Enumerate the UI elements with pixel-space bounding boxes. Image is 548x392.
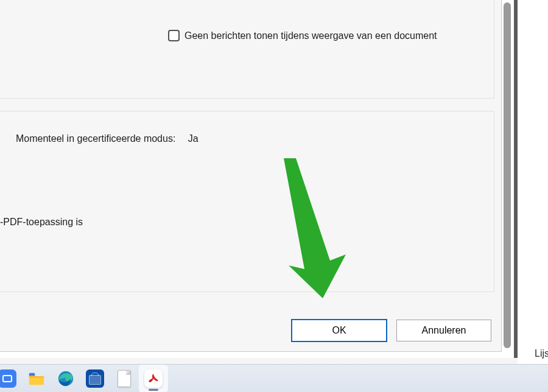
dialog-window-frame: Geen berichten tonen tijdens weergave va… <box>0 0 518 358</box>
checkbox-unchecked-icon[interactable] <box>168 30 180 41</box>
taskbar-item-file-explorer[interactable] <box>22 365 51 393</box>
document-icon <box>118 370 131 387</box>
ok-button[interactable]: OK <box>292 320 387 341</box>
microsoft-store-icon <box>86 369 104 388</box>
file-explorer-icon <box>27 369 46 388</box>
taskbar-item-document[interactable] <box>110 365 139 393</box>
dialog-button-row: OK Annuleren <box>292 320 491 341</box>
zoom-icon <box>0 369 16 388</box>
taskbar-item-microsoft-store[interactable] <box>80 365 110 393</box>
taskbar <box>0 364 548 392</box>
suppress-messages-option[interactable]: Geen berichten tonen tijdens weergave va… <box>168 30 437 41</box>
pdf-application-partial-text: -PDF-toepassing is <box>0 217 83 228</box>
certified-mode-label: Momenteel in gecertificeerde modus: <box>16 133 175 144</box>
preferences-dialog: Geen berichten tonen tijdens weergave va… <box>0 0 502 352</box>
acrobat-icon <box>144 369 163 388</box>
taskbar-item-zoom[interactable] <box>0 365 22 393</box>
certified-mode-status: Momenteel in gecertificeerde modus: Ja <box>16 133 198 144</box>
certified-mode-value: Ja <box>188 133 198 144</box>
taskbar-item-acrobat[interactable] <box>139 365 168 393</box>
edge-icon <box>57 369 75 388</box>
dialog-scrollbar-thumb[interactable] <box>504 2 511 348</box>
status-panel: Momenteel in gecertificeerde modus: Ja -… <box>0 111 494 292</box>
suppress-messages-label: Geen berichten tonen tijdens weergave va… <box>184 30 437 41</box>
options-panel: Geen berichten tonen tijdens weergave va… <box>0 0 494 99</box>
desktop-background: Lijst <box>518 0 548 364</box>
dialog-scrollbar-track[interactable] <box>502 0 513 352</box>
desktop-partial-label: Lijst <box>535 348 548 359</box>
svg-rect-1 <box>29 373 35 376</box>
taskbar-item-edge[interactable] <box>51 365 80 393</box>
cancel-button[interactable]: Annuleren <box>396 320 491 341</box>
